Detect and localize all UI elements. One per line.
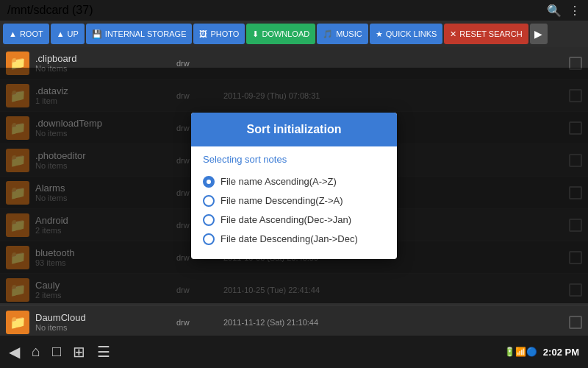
download-button[interactable]: ⬇ DOWNLOAD <box>246 24 315 44</box>
modal-header: Sort initialization <box>191 113 397 146</box>
file-type: drw <box>173 59 218 68</box>
modal-subtitle: Selecting sort notes <box>191 146 397 169</box>
status-icons: 🔋📶🔵 <box>504 347 537 357</box>
quick-links-button[interactable]: ★ QUICK LINKS <box>370 24 443 44</box>
reset-search-button[interactable]: ✕ RESET SEARCH <box>444 24 528 44</box>
sort-option-2[interactable]: File name Descending(Z->A) <box>203 191 385 210</box>
home-icon[interactable]: ⌂ <box>32 343 40 361</box>
bottom-nav: ◀ ⌂ □ ⊞ ☰ <box>9 343 110 361</box>
title-text: /mnt/sdcard (37) <box>7 4 93 17</box>
file-date: 2011-11-12 (Sat) 21:10:44 <box>223 318 563 327</box>
radio-button-3[interactable] <box>203 214 215 226</box>
sort-option-4[interactable]: File date Descending(Jan->Dec) <box>203 230 385 249</box>
title-bar: /mnt/sdcard (37) 🔍 ⋮ <box>0 0 588 21</box>
sort-option-1[interactable]: File name Ascending(A->Z) <box>203 172 385 191</box>
title-bar-actions: 🔍 ⋮ <box>547 4 581 18</box>
nav-bar: ▲ ROOT ▲ UP 💾 INTERNAL STORAGE 🖼 PHOTO ⬇… <box>0 21 588 47</box>
file-checkbox[interactable] <box>569 316 582 329</box>
modal-body: File name Ascending(A->Z) File name Desc… <box>191 169 397 259</box>
more-icon[interactable]: ⋮ <box>569 4 581 18</box>
internal-storage-button[interactable]: 💾 INTERNAL STORAGE <box>86 24 193 44</box>
radio-button-1[interactable] <box>203 176 215 188</box>
file-area: .clipboard No items drw .dataviz 1 item … <box>0 47 588 336</box>
file-name: .clipboard <box>35 53 168 64</box>
search-icon[interactable]: 🔍 <box>547 4 562 18</box>
file-sub: No items <box>35 323 168 332</box>
up-button[interactable]: ▲ UP <box>51 24 85 44</box>
status-area: 🔋📶🔵 2:02 PM <box>504 347 579 358</box>
file-type: drw <box>173 318 218 327</box>
modal-overlay[interactable]: Sort initialization Selecting sort notes… <box>0 68 588 303</box>
sort-option-4-label: File date Descending(Jan->Dec) <box>220 233 358 244</box>
bottom-bar: ◀ ⌂ □ ⊞ ☰ 🔋📶🔵 2:02 PM <box>0 336 588 368</box>
radio-button-4[interactable] <box>203 233 215 245</box>
sort-option-2-label: File name Descending(Z->A) <box>220 195 343 206</box>
music-button[interactable]: 🎵 MUSIC <box>317 24 368 44</box>
sort-option-3-label: File date Ascending(Dec->Jan) <box>220 214 351 225</box>
root-button[interactable]: ▲ ROOT <box>3 24 49 44</box>
grid-icon[interactable]: ⊞ <box>73 343 85 361</box>
table-row[interactable]: DaumCloud No items drw 2011-11-12 (Sat) … <box>0 306 588 336</box>
menu-icon[interactable]: ☰ <box>97 343 110 361</box>
sort-option-1-label: File name Ascending(A->Z) <box>220 176 337 187</box>
sort-modal: Sort initialization Selecting sort notes… <box>191 113 397 259</box>
clock: 2:02 PM <box>543 347 579 358</box>
nav-arrow-button[interactable]: ▶ <box>530 24 548 44</box>
modal-title: Sort initialization <box>203 123 385 136</box>
radio-button-2[interactable] <box>203 195 215 207</box>
recents-icon[interactable]: □ <box>52 343 61 361</box>
folder-icon <box>6 311 29 334</box>
back-icon[interactable]: ◀ <box>9 343 20 361</box>
photo-button[interactable]: 🖼 PHOTO <box>193 24 245 44</box>
sort-option-3[interactable]: File date Ascending(Dec->Jan) <box>203 210 385 230</box>
file-name: DaumCloud <box>35 312 168 323</box>
